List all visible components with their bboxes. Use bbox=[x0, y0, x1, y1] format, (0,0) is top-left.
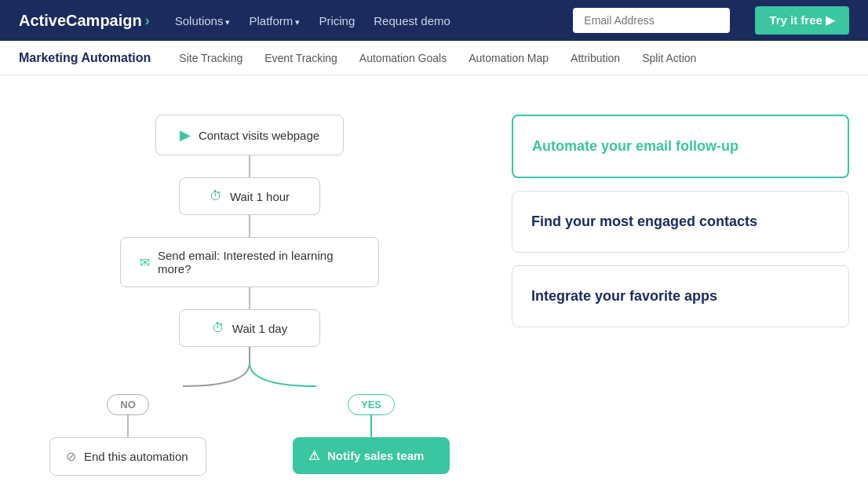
try-free-button[interactable]: Try it free ▶ bbox=[755, 6, 849, 35]
connector-3 bbox=[249, 287, 250, 309]
no-branch: NO ⊘ End this automation bbox=[49, 394, 206, 476]
branch-container: NO ⊘ End this automation YES ⚠ Notify sa… bbox=[19, 347, 480, 476]
alert-icon: ⚠ bbox=[308, 448, 319, 463]
yes-connector bbox=[370, 415, 372, 437]
nav-split-action[interactable]: Split Action bbox=[642, 52, 696, 64]
email-node[interactable]: ✉ Send email: Interested in learning mor… bbox=[120, 237, 379, 287]
email-icon: ✉ bbox=[140, 255, 150, 270]
yes-badge: YES bbox=[348, 394, 395, 415]
branch-svg bbox=[116, 347, 383, 394]
no-connector bbox=[127, 415, 129, 437]
top-nav-links: Solutions Platform Pricing Request demo bbox=[175, 14, 549, 27]
wait2-label: Wait 1 day bbox=[232, 322, 287, 335]
card-engaged-contacts[interactable]: Find your most engaged contacts bbox=[512, 191, 849, 253]
notify-button[interactable]: ⚠ Notify sales team bbox=[293, 437, 450, 474]
card-favorite-apps-title: Integrate your favorite apps bbox=[531, 288, 830, 305]
main-area: ▶ Contact visits webpage ⏱ Wait 1 hour ✉… bbox=[0, 75, 868, 499]
nav-request-demo[interactable]: Request demo bbox=[374, 14, 450, 27]
end-label: End this automation bbox=[84, 450, 188, 463]
wait2-node[interactable]: ⏱ Wait 1 day bbox=[179, 309, 320, 347]
ban-icon: ⊘ bbox=[66, 449, 76, 464]
nav-solutions[interactable]: Solutions bbox=[175, 14, 231, 27]
wait1-node[interactable]: ⏱ Wait 1 hour bbox=[179, 177, 320, 215]
logo[interactable]: ActiveCampaign › bbox=[19, 12, 150, 30]
brand-label: Marketing Automation bbox=[19, 51, 151, 65]
clock-icon-1: ⏱ bbox=[210, 189, 222, 203]
card-email-followup[interactable]: Automate your email follow-up bbox=[512, 115, 849, 178]
nav-attribution[interactable]: Attribution bbox=[571, 52, 620, 64]
clock-icon-2: ⏱ bbox=[212, 321, 224, 335]
connector-2 bbox=[249, 215, 250, 237]
wait1-label: Wait 1 hour bbox=[230, 190, 290, 203]
email-input[interactable] bbox=[573, 8, 730, 33]
nav-automation-map[interactable]: Automation Map bbox=[469, 52, 549, 64]
email-label: Send email: Interested in learning more? bbox=[158, 249, 359, 276]
nav-site-tracking[interactable]: Site Tracking bbox=[179, 52, 243, 64]
card-engaged-contacts-title: Find your most engaged contacts bbox=[531, 214, 830, 230]
nav-pricing[interactable]: Pricing bbox=[319, 14, 355, 27]
top-nav: ActiveCampaign › Solutions Platform Pric… bbox=[0, 0, 868, 41]
branch-lines bbox=[116, 347, 383, 394]
notify-label: Notify sales team bbox=[327, 449, 424, 462]
card-favorite-apps[interactable]: Integrate your favorite apps bbox=[512, 265, 849, 327]
trigger-node[interactable]: ▶ Contact visits webpage bbox=[155, 115, 344, 155]
branch-split: NO ⊘ End this automation YES ⚠ Notify sa… bbox=[19, 394, 480, 476]
secondary-nav: Marketing Automation Site Tracking Event… bbox=[0, 41, 868, 75]
logo-text: ActiveCampaign bbox=[19, 12, 142, 30]
end-automation-button[interactable]: ⊘ End this automation bbox=[49, 437, 206, 476]
nav-event-tracking[interactable]: Event Tracking bbox=[264, 52, 337, 64]
no-badge: NO bbox=[107, 394, 149, 415]
yes-branch: YES ⚠ Notify sales team bbox=[293, 394, 450, 474]
cursor-icon: ▶ bbox=[180, 126, 191, 144]
connector-1 bbox=[249, 155, 250, 177]
secondary-nav-links: Site Tracking Event Tracking Automation … bbox=[179, 52, 696, 64]
nav-automation-goals[interactable]: Automation Goals bbox=[359, 52, 447, 64]
logo-arrow: › bbox=[145, 13, 150, 29]
nav-platform[interactable]: Platform bbox=[250, 14, 301, 27]
automation-flow: ▶ Contact visits webpage ⏱ Wait 1 hour ✉… bbox=[19, 91, 480, 484]
card-email-followup-title: Automate your email follow-up bbox=[532, 138, 829, 155]
trigger-label: Contact visits webpage bbox=[199, 129, 319, 142]
cards-area: Automate your email follow-up Find your … bbox=[512, 91, 849, 484]
